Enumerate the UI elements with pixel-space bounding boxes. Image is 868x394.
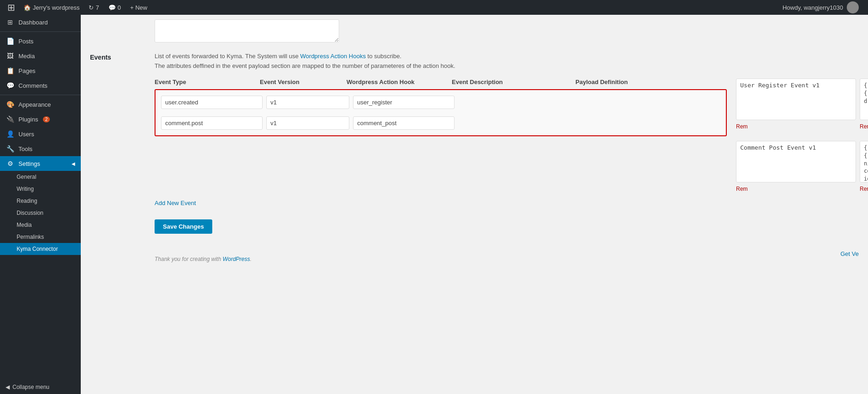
event-row-1-inputs <box>161 96 720 109</box>
event-description-2-wrapper: Rem <box>736 141 856 192</box>
remove-payload-link-2[interactable]: Rem <box>860 186 868 192</box>
pages-icon: 📋 <box>6 67 15 74</box>
wp-logo[interactable]: ⊞ <box>4 2 19 13</box>
action-hooks-link[interactable]: Wordpress Action Hooks <box>300 53 366 60</box>
media-submenu-label: Media <box>17 222 32 228</box>
footer: Thank you for creating with WordPress. G… <box>155 245 859 262</box>
top-textarea[interactable] <box>155 19 339 42</box>
plugins-label: Plugins <box>18 116 38 123</box>
site-name: Jerry's wordpress <box>33 4 79 11</box>
sidebar-item-settings[interactable]: ⚙ Settings ◀ <box>0 156 81 171</box>
header-event-type: Event Type <box>155 79 256 85</box>
add-new-event-link[interactable]: Add New Event <box>155 200 196 206</box>
sidebar-item-media[interactable]: 🖼 Media <box>0 48 81 63</box>
updates-icon: ↻ <box>89 4 94 11</box>
get-ve-link[interactable]: Get Ve <box>840 250 859 257</box>
event-row-2-right: Rem Rem <box>736 141 868 192</box>
event-version-input-1[interactable] <box>266 96 349 109</box>
comments-sidebar-icon: 💬 <box>6 82 15 89</box>
event-description-input-2[interactable] <box>736 141 856 182</box>
new-item[interactable]: + New <box>126 0 152 15</box>
site-name-item[interactable]: 🏠 Jerry's wordpress <box>19 0 84 15</box>
action-hook-input-2[interactable] <box>353 116 455 130</box>
dashboard-icon: ⊞ <box>6 18 15 26</box>
event-payload-1-wrapper: Rem <box>860 79 868 130</box>
action-hook-input-1[interactable] <box>353 96 455 109</box>
event-version-input-2[interactable] <box>266 116 349 130</box>
admin-bar: ⊞ 🏠 Jerry's wordpress ↻ 7 💬 0 + New Howd… <box>0 0 868 15</box>
submenu-media[interactable]: Media <box>0 219 81 231</box>
wordpress-link[interactable]: WordPress <box>222 256 250 262</box>
submenu-writing[interactable]: Writing <box>0 183 81 195</box>
updates-item[interactable]: ↻ 7 <box>84 0 103 15</box>
events-bordered-box <box>155 89 727 136</box>
event-payload-input-2[interactable] <box>860 141 868 182</box>
sidebar-item-tools[interactable]: 🔧 Tools <box>0 141 81 156</box>
header-payload: Payload Definition <box>575 79 695 85</box>
event-row-1-right: Rem Rem <box>736 79 868 130</box>
sidebar-item-plugins[interactable]: 🔌 Plugins 2 <box>0 112 81 127</box>
media-icon: 🖼 <box>6 52 15 60</box>
home-icon: 🏠 <box>24 4 31 11</box>
settings-label: Settings <box>18 160 40 167</box>
admin-sidebar: ⊞ Dashboard 📄 Posts 🖼 Media 📋 Pages 💬 Co… <box>0 15 81 394</box>
sidebar-item-users[interactable]: 👤 Users <box>0 127 81 141</box>
media-label: Media <box>18 53 35 60</box>
sidebar-item-posts[interactable]: 📄 Posts <box>0 34 81 48</box>
settings-arrow: ◀ <box>72 161 75 166</box>
posts-icon: 📄 <box>6 37 15 45</box>
users-label: Users <box>18 131 34 138</box>
writing-label: Writing <box>17 186 34 192</box>
reading-label: Reading <box>17 198 37 204</box>
header-action-hook: Wordpress Action Hook <box>347 79 448 85</box>
comments-item[interactable]: 💬 0 <box>104 0 126 15</box>
discussion-label: Discussion <box>17 210 43 216</box>
submenu-permalinks[interactable]: Permalinks <box>0 231 81 243</box>
collapse-icon: ◀ <box>6 384 10 390</box>
dashboard-label: Dashboard <box>18 19 48 26</box>
submenu-general[interactable]: General <box>0 171 81 183</box>
howdy-label: Howdy, wangjerry1030 <box>777 1 864 13</box>
menu-sep-1 <box>0 31 81 32</box>
events-label: Events <box>90 52 145 61</box>
plugins-icon: 🔌 <box>6 115 15 123</box>
events-content: List of events forwarded to Kyma. The Sy… <box>155 52 727 142</box>
appearance-label: Appearance <box>18 101 51 108</box>
events-actions: Add New Event <box>155 196 859 216</box>
plugins-badge: 2 <box>43 116 50 122</box>
remove-link-1[interactable]: Rem <box>736 123 856 130</box>
sidebar-item-comments[interactable]: 💬 Comments <box>0 78 81 93</box>
event-description-input-1[interactable] <box>736 79 856 120</box>
events-section: Events List of events forwarded to Kyma.… <box>90 52 859 192</box>
event-payload-input-1[interactable] <box>860 79 868 120</box>
new-label: + New <box>130 4 147 11</box>
remove-payload-link-1[interactable]: Rem <box>860 123 868 130</box>
sidebar-item-appearance[interactable]: 🎨 Appearance <box>0 97 81 112</box>
users-icon: 👤 <box>6 130 15 138</box>
collapse-label: Collapse menu <box>12 384 49 390</box>
event-payload-2-wrapper: Rem <box>860 141 868 192</box>
submenu-kyma-connector[interactable]: Kyma Connector <box>0 243 81 255</box>
event-type-input-2[interactable] <box>161 116 263 130</box>
comments-count: 0 <box>118 4 121 11</box>
appearance-icon: 🎨 <box>6 101 15 108</box>
event-type-input-1[interactable] <box>161 96 263 109</box>
tools-label: Tools <box>18 145 32 152</box>
remove-link-2[interactable]: Rem <box>736 186 856 192</box>
posts-label: Posts <box>18 38 34 45</box>
header-event-version: Event Version <box>260 79 343 85</box>
submenu-discussion[interactable]: Discussion <box>0 207 81 219</box>
footer-text: Thank you for creating with WordPress. <box>155 256 251 262</box>
permalinks-label: Permalinks <box>17 234 44 240</box>
main-content: Events List of events forwarded to Kyma.… <box>81 15 868 394</box>
tools-icon: 🔧 <box>6 145 15 152</box>
save-changes-button[interactable]: Save Changes <box>155 219 212 234</box>
sidebar-item-pages[interactable]: 📋 Pages <box>0 63 81 78</box>
menu-sep-2 <box>0 95 81 95</box>
sidebar-item-dashboard[interactable]: ⊞ Dashboard <box>0 15 81 30</box>
updates-count: 7 <box>96 4 99 11</box>
submenu-reading[interactable]: Reading <box>0 195 81 207</box>
events-right-columns: Rem Rem Rem <box>736 52 868 192</box>
comments-label: Comments <box>18 82 48 89</box>
collapse-menu-button[interactable]: ◀ Collapse menu <box>0 380 81 394</box>
